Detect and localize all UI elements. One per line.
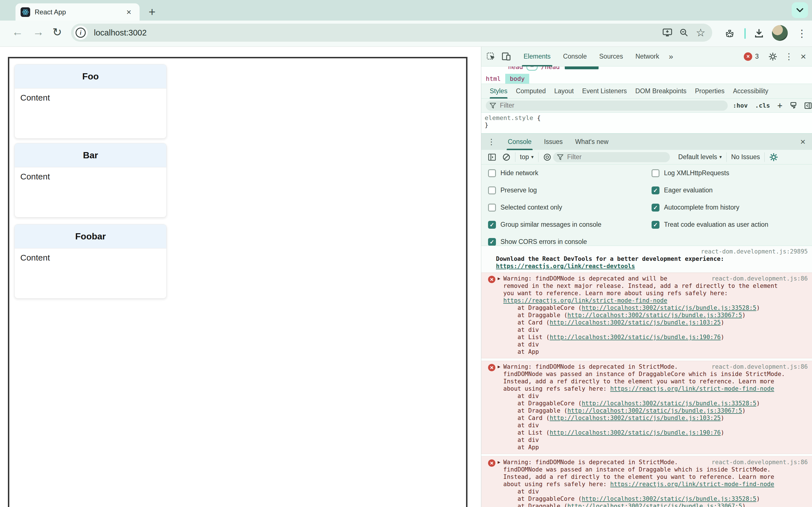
forward-icon[interactable]: → <box>33 25 44 38</box>
funnel-filter-icon <box>557 154 563 160</box>
message-source-link[interactable]: react-dom.development.js:86 <box>712 275 808 282</box>
draggable-card[interactable]: Foobar Content <box>14 224 167 298</box>
console-link[interactable]: https://reactjs.org/link/strict-mode-fin… <box>610 385 774 392</box>
back-icon[interactable]: ← <box>12 25 23 38</box>
tab-close-icon[interactable]: × <box>123 7 135 17</box>
extensions-puzzle-icon[interactable] <box>722 25 738 41</box>
new-tab-button[interactable]: + <box>149 6 156 18</box>
clear-console-icon[interactable] <box>502 153 511 161</box>
settings-checkbox-row[interactable]: ✓ Log XMLHttpRequests <box>652 165 809 182</box>
message-source-link[interactable]: react-dom.development.js:86 <box>712 459 808 466</box>
settings-checkbox-row[interactable]: ✓ Preserve log <box>488 182 646 199</box>
console-link[interactable]: http://localhost:3002/static/js/bundle.j… <box>550 334 721 341</box>
class-toggle[interactable]: .cls <box>755 102 770 109</box>
styles-tab[interactable]: Styles <box>490 84 507 99</box>
console-link[interactable]: https://reactjs.org/link/react-devtools <box>496 263 635 270</box>
url-text[interactable]: localhost:3002 <box>94 28 147 38</box>
drawer-tab[interactable]: Issues <box>544 134 562 150</box>
card-header[interactable]: Bar <box>15 144 166 167</box>
site-info-button[interactable]: i <box>73 25 88 40</box>
settings-checkbox-row[interactable]: ✓ Group similar messages in console <box>488 216 646 233</box>
issues-counter[interactable]: No Issues <box>731 153 760 161</box>
reload-icon[interactable]: ↻ <box>52 25 62 39</box>
console-sidebar-toggle-icon[interactable] <box>488 153 496 161</box>
dom-tree-clipped-row[interactable]: head … /head <box>481 66 812 74</box>
styles-tab[interactable]: Event Listeners <box>582 84 627 99</box>
console-filter-input[interactable] <box>567 153 666 161</box>
settings-checkbox-row[interactable]: ✓ Eager evaluation <box>652 182 809 199</box>
downloads-icon[interactable] <box>751 25 767 41</box>
console-link[interactable]: http://localhost:3002/static/js/bundle.j… <box>567 407 742 414</box>
message-source-link[interactable]: react-dom.development.js:29895 <box>496 248 808 255</box>
console-line: removed in the next major release. Inste… <box>503 282 808 290</box>
profile-avatar[interactable] <box>772 25 788 41</box>
browser-tab[interactable]: React App × <box>15 3 140 20</box>
inspect-element-icon[interactable] <box>486 52 495 61</box>
dom-ellipsis-button[interactable]: … <box>526 66 538 71</box>
bookmark-star-icon[interactable]: ☆ <box>696 26 705 39</box>
console-link[interactable]: https://reactjs.org/link/strict-mode-fin… <box>610 481 774 488</box>
settings-checkbox-row[interactable]: ✓ Selected context only <box>488 199 646 216</box>
settings-checkbox-row[interactable]: ✓ Autocomplete from history <box>652 199 809 216</box>
install-app-icon[interactable] <box>663 29 672 37</box>
breadcrumb-item[interactable]: html <box>481 74 505 83</box>
expand-triangle-icon[interactable]: ▶ <box>498 275 500 282</box>
address-bar[interactable]: i localhost:3002 ☆ <box>71 24 712 42</box>
error-count[interactable]: 3 <box>755 53 759 60</box>
settings-checkbox-row[interactable]: ✓ Hide network <box>488 165 646 182</box>
devtools-tab[interactable]: Sources <box>599 47 623 66</box>
zoom-icon[interactable] <box>679 28 689 37</box>
console-link[interactable]: http://localhost:3002/static/js/bundle.j… <box>581 496 756 502</box>
browser-menu-kebab-icon[interactable]: ⋮ <box>794 25 810 41</box>
element-style-block[interactable]: element.style { } <box>481 113 812 133</box>
expand-triangle-icon[interactable]: ▶ <box>498 459 500 466</box>
more-tabs-icon[interactable]: » <box>669 52 673 61</box>
log-levels-dropdown[interactable]: Default levels ▾ <box>678 153 722 161</box>
devtools-menu-kebab-icon[interactable]: ⋮ <box>784 52 793 61</box>
drawer-menu-kebab-icon[interactable]: ⋮ <box>488 137 495 147</box>
device-toolbar-icon[interactable] <box>502 52 511 61</box>
console-link[interactable]: http://localhost:3002/static/js/bundle.j… <box>567 503 742 507</box>
drawer-tab[interactable]: Console <box>508 134 531 150</box>
styles-tab[interactable]: Computed <box>516 84 546 99</box>
styles-tab[interactable]: Accessibility <box>733 84 768 99</box>
styles-tab[interactable]: Layout <box>554 84 574 99</box>
console-link[interactable]: http://localhost:3002/static/js/bundle.j… <box>581 400 756 407</box>
drawer-tab[interactable]: What's new <box>575 134 608 150</box>
devtools-close-icon[interactable]: × <box>801 51 806 62</box>
console-link[interactable]: http://localhost:3002/static/js/bundle.j… <box>567 312 742 319</box>
message-source-link[interactable]: react-dom.development.js:86 <box>712 363 808 371</box>
styles-tab[interactable]: DOM Breakpoints <box>635 84 687 99</box>
styles-filter-field[interactable] <box>486 101 728 111</box>
drawer-close-icon[interactable]: × <box>800 136 806 147</box>
console-filter-field[interactable] <box>553 152 670 162</box>
card-header[interactable]: Foo <box>15 64 166 89</box>
devtools-tab[interactable]: Console <box>563 47 587 66</box>
hover-state-toggle[interactable]: :hov <box>733 102 748 109</box>
new-style-rule-button[interactable]: + <box>777 101 782 110</box>
console-link[interactable]: http://localhost:3002/static/js/bundle.j… <box>550 429 721 436</box>
devtools-tab[interactable]: Network <box>636 47 659 66</box>
tab-search-chevron-button[interactable] <box>792 2 808 18</box>
console-settings-gear-icon[interactable] <box>769 153 778 162</box>
rendering-brush-icon[interactable] <box>790 102 797 109</box>
expand-triangle-icon[interactable]: ▶ <box>498 363 500 371</box>
devtools-settings-gear-icon[interactable] <box>768 52 777 61</box>
settings-checkbox-row[interactable]: ✓ Treat code evaluation as user action <box>652 216 809 233</box>
card-header[interactable]: Foobar <box>15 224 166 248</box>
console-text: at Draggable ( <box>503 312 567 319</box>
devtools-tab[interactable]: Elements <box>523 47 551 66</box>
styles-tab[interactable]: Properties <box>695 84 725 99</box>
toggle-sidebar-panel-icon[interactable] <box>804 102 812 109</box>
console-link[interactable]: http://localhost:3002/static/js/bundle.j… <box>550 319 721 326</box>
styles-filter-input[interactable] <box>499 101 724 110</box>
draggable-card[interactable]: Foo Content <box>14 64 167 138</box>
error-badge-icon[interactable]: × <box>744 52 752 61</box>
console-link[interactable]: http://localhost:3002/static/js/bundle.j… <box>581 304 756 311</box>
console-link[interactable]: http://localhost:3002/static/js/bundle.j… <box>550 414 721 421</box>
breadcrumb-item[interactable]: body <box>505 74 529 83</box>
console-link[interactable]: https://reactjs.org/link/strict-mode-fin… <box>503 297 667 304</box>
live-expression-eye-icon[interactable] <box>543 153 552 161</box>
execution-context-dropdown[interactable]: top ▾ <box>520 153 534 161</box>
draggable-card[interactable]: Bar Content <box>14 143 167 217</box>
